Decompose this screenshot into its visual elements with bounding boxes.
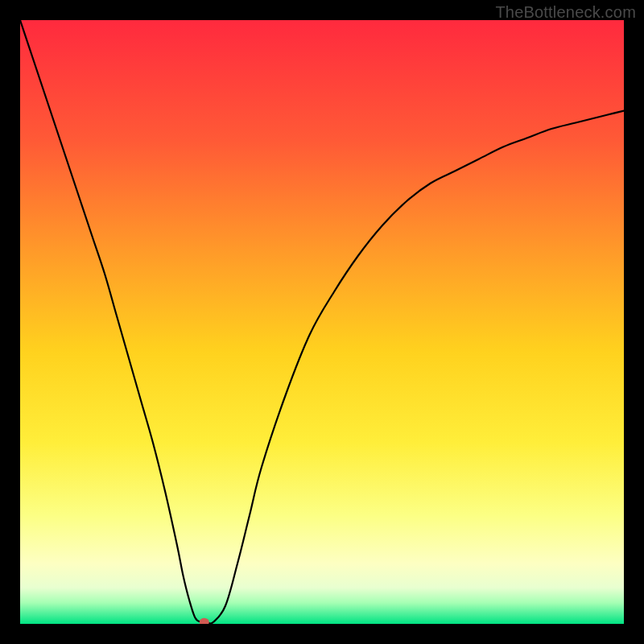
bottleneck-chart	[20, 20, 624, 624]
watermark-text: TheBottleneck.com	[495, 3, 636, 22]
gradient-background	[20, 20, 624, 624]
chart-frame	[20, 20, 624, 624]
